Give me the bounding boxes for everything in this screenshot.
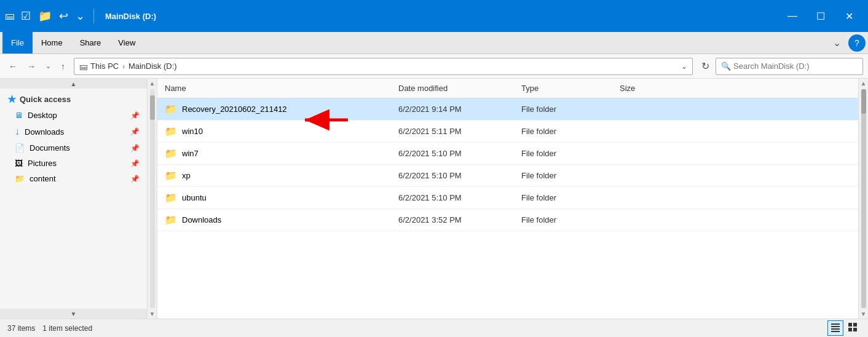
- filename-0: Recovery_20210602_211412: [182, 105, 287, 114]
- sidebar-scroll-down[interactable]: ▼: [0, 309, 147, 319]
- sidebar-scroll-down-arrow[interactable]: ▼: [148, 309, 157, 319]
- sidebar-label-documents: Documents: [30, 143, 70, 153]
- address-bar: ← → ⌄ ↑ 🖴 This PC › MainDisk (D:) ⌄ ↻ 🔍: [0, 54, 868, 79]
- col-header-date[interactable]: Date modified: [391, 79, 514, 98]
- cell-date-4: 6/2/2021 5:10 PM: [391, 193, 514, 202]
- menu-file[interactable]: File: [2, 32, 33, 54]
- address-dropdown-icon[interactable]: ⌄: [681, 62, 687, 71]
- svg-rect-5: [831, 331, 840, 332]
- cell-date-1: 6/2/2021 5:11 PM: [391, 127, 514, 136]
- filename-3: xp: [182, 171, 191, 180]
- svg-rect-4: [831, 328, 840, 330]
- col-header-name[interactable]: Name: [157, 79, 391, 98]
- help-button[interactable]: ?: [848, 34, 866, 52]
- ribbon-collapse-icon[interactable]: ⌄: [828, 34, 846, 51]
- back-button[interactable]: ←: [5, 59, 21, 74]
- cell-type-4: File folder: [514, 193, 612, 202]
- up-button[interactable]: ↑: [57, 59, 69, 74]
- sidebar-scrollbar-track[interactable]: [150, 89, 155, 308]
- table-row[interactable]: 📁 Downloads 6/2/2021 3:52 PM File folder: [157, 209, 858, 231]
- search-input[interactable]: [733, 61, 844, 71]
- toolbar-dropdown-icon[interactable]: ⌄: [73, 8, 87, 24]
- pictures-icon: 🖼: [15, 159, 23, 168]
- file-scroll-down-arrow[interactable]: ▼: [859, 309, 868, 319]
- sidebar-scrollbar-thumb[interactable]: [150, 95, 155, 120]
- sidebar-label-desktop: Desktop: [28, 111, 57, 120]
- pin-downloads-icon[interactable]: 📌: [130, 127, 140, 136]
- main-content: ▲ ★ Quick access 🖥 Desktop 📌 ↓ Downloads…: [0, 79, 868, 319]
- cell-type-3: File folder: [514, 171, 612, 180]
- sidebar-item-content[interactable]: 📁 content 📌: [0, 171, 147, 186]
- filename-2: win7: [182, 149, 199, 158]
- svg-rect-3: [831, 326, 840, 327]
- file-scroll-up-arrow[interactable]: ▲: [859, 79, 868, 88]
- svg-rect-2: [831, 323, 840, 325]
- table-row[interactable]: 📁 win7 6/2/2021 5:10 PM File folder: [157, 143, 858, 165]
- cell-date-3: 6/2/2021 5:10 PM: [391, 171, 514, 180]
- content-icon: 📁: [15, 174, 25, 183]
- cell-name-3: 📁 xp: [157, 170, 391, 181]
- folder-icon-2: 📁: [165, 148, 177, 159]
- pin-desktop-icon[interactable]: 📌: [130, 111, 140, 120]
- folder-icon-4: 📁: [165, 192, 177, 204]
- address-path-box[interactable]: 🖴 This PC › MainDisk (D:) ⌄: [74, 58, 693, 75]
- pin-pictures-icon[interactable]: 📌: [130, 159, 140, 168]
- sidebar-label-content: content: [30, 174, 56, 183]
- title-sep: [93, 9, 94, 23]
- breadcrumb-sep1: ›: [122, 63, 125, 70]
- table-row[interactable]: 📁 Recovery_20210602_211412 6/2/2021 9:14…: [157, 98, 858, 121]
- folder-icon[interactable]: 📁: [36, 8, 54, 24]
- folder-icon-0: 📁: [165, 103, 177, 115]
- large-icon-view-button[interactable]: [845, 320, 861, 336]
- downloads-icon: ↓: [15, 126, 20, 137]
- file-scrollbar-track[interactable]: [861, 89, 866, 308]
- sidebar-item-downloads[interactable]: ↓ Downloads 📌: [0, 123, 147, 140]
- menu-share[interactable]: Share: [71, 32, 110, 54]
- documents-icon: 📄: [15, 143, 25, 153]
- folder-icon-1: 📁: [165, 125, 177, 137]
- search-box[interactable]: 🔍: [716, 58, 863, 75]
- undo-icon[interactable]: ↩: [57, 8, 71, 24]
- menu-home[interactable]: Home: [33, 32, 71, 54]
- window-title: MainDisk (D:): [100, 12, 775, 21]
- sidebar: ▲ ★ Quick access 🖥 Desktop 📌 ↓ Downloads…: [0, 79, 148, 319]
- menu-bar-right: ⌄ ?: [828, 34, 866, 52]
- app-icon: 🖴: [5, 10, 15, 22]
- pin-documents-icon[interactable]: 📌: [130, 144, 140, 153]
- minimize-button[interactable]: —: [778, 6, 807, 26]
- quick-access-label: ★ Quick access: [0, 89, 147, 108]
- refresh-button[interactable]: ↻: [698, 58, 713, 74]
- table-row[interactable]: 📁 win10 6/2/2021 5:11 PM File folder: [157, 121, 858, 143]
- folder-icon-5: 📁: [165, 214, 177, 226]
- details-view-button[interactable]: [827, 320, 843, 336]
- col-header-size[interactable]: Size: [612, 79, 858, 98]
- forward-button[interactable]: →: [23, 59, 39, 74]
- menu-view[interactable]: View: [109, 32, 144, 54]
- window-controls: — ☐ ✕: [778, 6, 863, 26]
- save-icon[interactable]: ☑: [18, 8, 33, 24]
- sidebar-item-pictures[interactable]: 🖼 Pictures 📌: [0, 156, 147, 171]
- pin-content-icon[interactable]: 📌: [130, 175, 140, 183]
- sidebar-item-documents[interactable]: 📄 Documents 📌: [0, 140, 147, 156]
- filename-1: win10: [182, 127, 203, 136]
- file-list-scrollbar: ▲ ▼: [858, 79, 868, 319]
- file-scrollbar-thumb[interactable]: [861, 89, 866, 114]
- cell-type-5: File folder: [514, 215, 612, 224]
- sidebar-scroll-up[interactable]: ▲: [0, 79, 147, 89]
- close-button[interactable]: ✕: [835, 6, 863, 26]
- search-icon: 🔍: [721, 61, 731, 71]
- breadcrumb-this-pc[interactable]: This PC: [90, 61, 119, 71]
- table-row[interactable]: 📁 xp 6/2/2021 5:10 PM File folder: [157, 165, 858, 187]
- file-area: Name Date modified Type Size 📁 Recovery_…: [157, 79, 868, 319]
- col-header-type[interactable]: Type: [514, 79, 612, 98]
- sidebar-item-desktop[interactable]: 🖥 Desktop 📌: [0, 108, 147, 123]
- maximize-button[interactable]: ☐: [807, 6, 835, 26]
- table-row[interactable]: 📁 ubuntu 6/2/2021 5:10 PM File folder: [157, 187, 858, 209]
- cell-name-0: 📁 Recovery_20210602_211412: [157, 103, 391, 115]
- sidebar-label-downloads: Downloads: [25, 127, 64, 137]
- sidebar-scroll-up-arrow[interactable]: ▲: [148, 79, 157, 88]
- dropdown-history-button[interactable]: ⌄: [42, 60, 55, 73]
- cell-name-5: 📁 Downloads: [157, 214, 391, 226]
- breadcrumb-maindisk[interactable]: MainDisk (D:): [128, 61, 177, 71]
- cell-date-0: 6/2/2021 9:14 PM: [391, 105, 514, 114]
